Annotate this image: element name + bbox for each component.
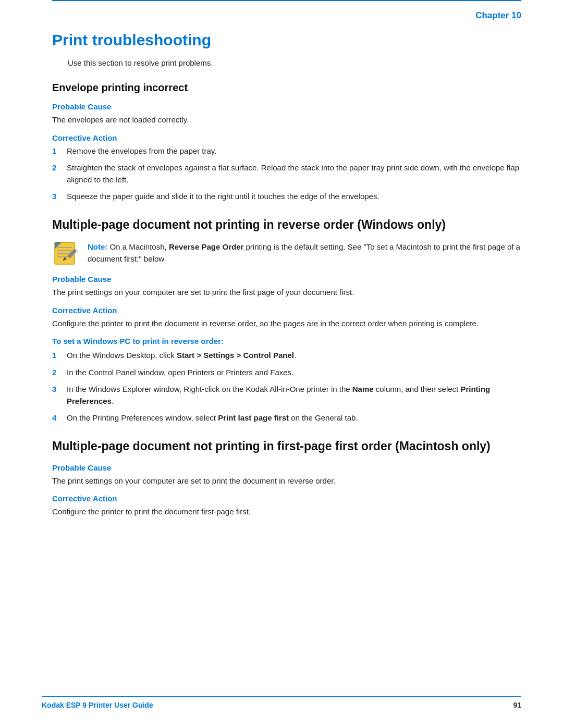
- step-content: In the Control Panel window, open Printe…: [67, 367, 521, 379]
- step-content: Straighten the stack of envelopes agains…: [67, 162, 521, 186]
- corrective-action-label-1: Corrective Action: [52, 133, 521, 142]
- step-number: 3: [52, 191, 67, 203]
- probable-cause-text-2: The print settings on your computer are …: [52, 287, 521, 299]
- probable-cause-text-3: The print settings on your computer are …: [52, 475, 521, 487]
- probable-cause-label-1: Probable Cause: [52, 102, 521, 111]
- chapter-label: Chapter 10: [475, 10, 521, 21]
- step-content: In the Windows Explorer window, Right-cl…: [67, 384, 521, 407]
- step-number: 3: [52, 384, 67, 396]
- step-number: 1: [52, 350, 67, 362]
- section-heading-first-page: Multiple-page document not printing in f…: [52, 439, 521, 454]
- header-bar: Chapter 10: [52, 1, 521, 25]
- list-item: 1 Remove the envelopes from the paper tr…: [52, 145, 521, 157]
- probable-cause-label-3: Probable Cause: [52, 463, 521, 472]
- footer: Kodak ESP 9 Printer User Guide 91: [42, 696, 521, 709]
- steps-list-1: 1 Remove the envelopes from the paper tr…: [52, 145, 521, 203]
- step-number: 4: [52, 412, 67, 424]
- note-icon: [52, 241, 80, 265]
- probable-cause-text-1: The envelopes are not loaded correctly.: [52, 114, 521, 126]
- page-title: Print troubleshooting: [52, 31, 521, 49]
- steps-list-2: 1 On the Windows Desktop, click Start > …: [52, 350, 521, 424]
- note-label: Note:: [88, 242, 107, 251]
- to-set-heading: To set a Windows PC to print in reverse …: [52, 337, 521, 346]
- section-heading-reverse: Multiple-page document not printing in r…: [52, 217, 521, 232]
- intro-text: Use this section to resolve print proble…: [68, 58, 521, 67]
- list-item: 1 On the Windows Desktop, click Start > …: [52, 350, 521, 362]
- probable-cause-label-2: Probable Cause: [52, 275, 521, 283]
- step-number: 1: [52, 145, 67, 157]
- step-content: Squeeze the paper guide and slide it to …: [67, 191, 521, 203]
- corrective-action-label-3: Corrective Action: [52, 494, 521, 503]
- section-reverse: Multiple-page document not printing in r…: [52, 217, 521, 424]
- step-number: 2: [52, 162, 67, 174]
- step-content: On the Printing Preferences window, sele…: [67, 412, 521, 424]
- page: Chapter 10 Print troubleshooting Use thi…: [0, 0, 563, 728]
- note-text-content: On a Macintosh, Reverse Page Order print…: [88, 242, 520, 263]
- section-first-page: Multiple-page document not printing in f…: [52, 439, 521, 518]
- list-item: 4 On the Printing Preferences window, se…: [52, 412, 521, 424]
- footer-left: Kodak ESP 9 Printer User Guide: [42, 701, 153, 709]
- note-svg-icon: [52, 241, 80, 265]
- step-content: On the Windows Desktop, click Start > Se…: [67, 350, 521, 362]
- note-text: Note: On a Macintosh, Reverse Page Order…: [88, 241, 521, 265]
- list-item: 2 In the Control Panel window, open Prin…: [52, 367, 521, 379]
- list-item: 3 In the Windows Explorer window, Right-…: [52, 384, 521, 407]
- step-content: Remove the envelopes from the paper tray…: [67, 145, 521, 157]
- footer-right: 91: [513, 701, 521, 709]
- step-number: 2: [52, 367, 67, 379]
- section-envelope: Envelope printing incorrect Probable Cau…: [52, 82, 521, 203]
- corrective-action-text-2: Configure the printer to print the docum…: [52, 318, 521, 330]
- section-heading-envelope: Envelope printing incorrect: [52, 82, 521, 94]
- list-item: 2 Straighten the stack of envelopes agai…: [52, 162, 521, 186]
- corrective-action-label-2: Corrective Action: [52, 306, 521, 315]
- list-item: 3 Squeeze the paper guide and slide it t…: [52, 191, 521, 203]
- corrective-action-text-3: Configure the printer to print the docum…: [52, 506, 521, 518]
- note-box: Note: On a Macintosh, Reverse Page Order…: [52, 241, 521, 265]
